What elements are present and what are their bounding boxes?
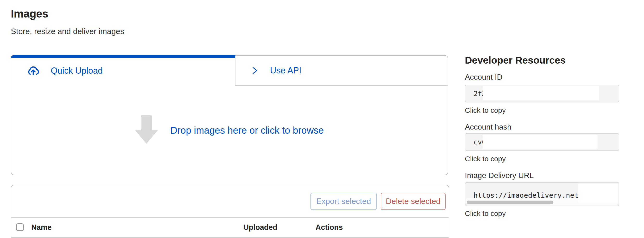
page-subtitle: Store, resize and deliver images (11, 27, 124, 36)
image-dropzone[interactable]: Drop images here or click to browse (11, 86, 448, 175)
account-hash-label: Account hash (465, 122, 512, 131)
account-id-copy-hint: Click to copy (465, 106, 506, 115)
image-delivery-url-copy-hint: Click to copy (465, 210, 506, 218)
bulk-actions-row: Export selected Delete selected (11, 185, 449, 217)
image-table-card: Export selected Delete selected Name Upl… (11, 185, 449, 238)
cloud-upload-icon (26, 64, 40, 78)
tab-quick-upload[interactable]: Quick Upload (11, 56, 235, 86)
export-selected-button[interactable]: Export selected (310, 193, 377, 210)
dropzone-label: Drop images here or click to browse (170, 125, 324, 136)
image-delivery-url-label: Image Delivery URL (465, 171, 534, 180)
account-id-label: Account ID (465, 73, 502, 82)
account-id-field[interactable]: 2f3d (465, 85, 619, 103)
column-header-actions: Actions (316, 223, 343, 232)
tab-use-api[interactable]: Use API (235, 56, 448, 86)
account-hash-field[interactable]: cv0J (465, 133, 619, 151)
chevron-right-icon (250, 64, 260, 77)
account-hash-copy-hint: Click to copy (465, 155, 506, 163)
page-title: Images (11, 7, 48, 20)
column-header-uploaded: Uploaded (243, 223, 277, 232)
redaction-overlay (578, 184, 618, 203)
developer-resources-title: Developer Resources (465, 55, 566, 66)
tab-quick-upload-label: Quick Upload (51, 66, 103, 76)
tab-row: Quick Upload Use API (11, 56, 448, 86)
select-all-checkbox[interactable] (16, 223, 24, 231)
upload-panel: Quick Upload Use API Drop images here or… (11, 55, 448, 175)
delete-selected-button[interactable]: Delete selected (381, 193, 446, 210)
image-delivery-url-field[interactable]: https://imagedelivery.net/cv0JS (465, 182, 619, 206)
arrow-down-icon (135, 116, 158, 145)
redaction-overlay (483, 135, 598, 149)
horizontal-scrollbar-thumb[interactable] (467, 201, 553, 204)
tab-use-api-label: Use API (270, 66, 301, 76)
column-header-name: Name (31, 223, 52, 232)
table-header-row: Name Uploaded Actions (11, 217, 449, 238)
redaction-overlay (483, 86, 599, 100)
